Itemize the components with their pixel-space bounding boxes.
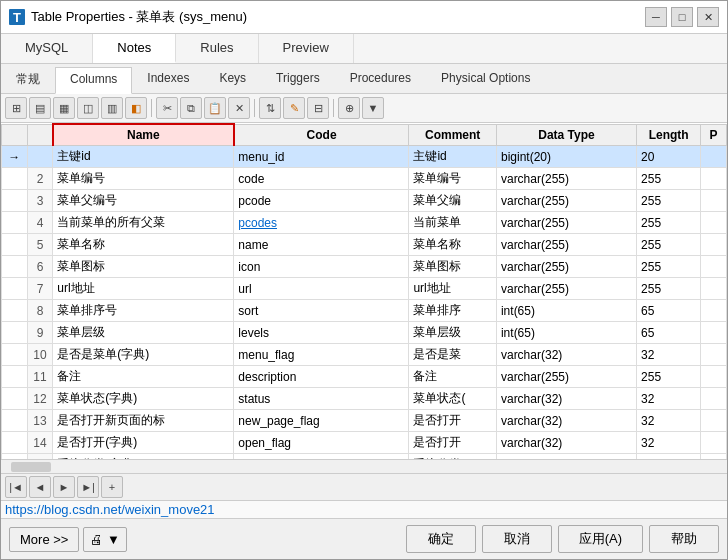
nav-last[interactable]: ►| bbox=[77, 476, 99, 498]
nav-first[interactable]: |◄ bbox=[5, 476, 27, 498]
row-datatype: varchar(255) bbox=[496, 168, 636, 190]
toolbar-btn-10[interactable]: ⊕ bbox=[338, 97, 360, 119]
maximize-button[interactable]: □ bbox=[671, 7, 693, 27]
toolbar-btn-5[interactable]: ▥ bbox=[101, 97, 123, 119]
print-button[interactable]: 🖨 ▼ bbox=[83, 527, 126, 552]
tab-notes[interactable]: Notes bbox=[93, 34, 176, 63]
row-arrow bbox=[2, 322, 28, 344]
th-comment[interactable]: Comment bbox=[409, 124, 497, 146]
row-p bbox=[701, 344, 727, 366]
table-row[interactable]: 3菜单父编号pcode菜单父编varchar(255)255 bbox=[2, 190, 727, 212]
row-name: 当前菜单的所有父菜 bbox=[53, 212, 234, 234]
tab-preview[interactable]: Preview bbox=[259, 34, 354, 63]
toolbar-btn-2[interactable]: ▤ bbox=[29, 97, 51, 119]
row-datatype: varchar(32) bbox=[496, 344, 636, 366]
row-comment: 是否是菜 bbox=[409, 344, 497, 366]
row-p bbox=[701, 146, 727, 168]
toolbar-copy[interactable]: ⧉ bbox=[180, 97, 202, 119]
toolbar-separator-2 bbox=[254, 99, 255, 117]
table-row[interactable]: 14是否打开(字典)open_flag是否打开varchar(32)32 bbox=[2, 432, 727, 454]
title-buttons: ─ □ ✕ bbox=[645, 7, 719, 27]
table-scroll-area[interactable]: Name Code Comment Data Type Length P →主键… bbox=[1, 123, 727, 459]
toolbar-btn-1[interactable]: ⊞ bbox=[5, 97, 27, 119]
toolbar-btn-3[interactable]: ▦ bbox=[53, 97, 75, 119]
confirm-button[interactable]: 确定 bbox=[406, 525, 476, 553]
table-row[interactable]: 12菜单状态(字典)status菜单状态(varchar(32)32 bbox=[2, 388, 727, 410]
app-icon: T bbox=[9, 9, 25, 25]
table-row[interactable]: 11备注description备注varchar(255)255 bbox=[2, 366, 727, 388]
row-code: name bbox=[234, 234, 409, 256]
row-comment: 是否打开 bbox=[409, 432, 497, 454]
row-code: icon bbox=[234, 256, 409, 278]
cancel-button[interactable]: 取消 bbox=[482, 525, 552, 553]
help-button[interactable]: 帮助 bbox=[649, 525, 719, 553]
tab-procedures[interactable]: Procedures bbox=[335, 66, 426, 93]
row-length: 65 bbox=[637, 300, 701, 322]
row-datatype: int(65) bbox=[496, 322, 636, 344]
toolbar-btn-7[interactable]: ⇅ bbox=[259, 97, 281, 119]
row-p bbox=[701, 388, 727, 410]
th-p[interactable]: P bbox=[701, 124, 727, 146]
nav-next[interactable]: ► bbox=[53, 476, 75, 498]
main-window: T Table Properties - 菜单表 (sys_menu) ─ □ … bbox=[0, 0, 728, 560]
row-code: url bbox=[234, 278, 409, 300]
row-comment: url地址 bbox=[409, 278, 497, 300]
toolbar-btn-6[interactable]: ◧ bbox=[125, 97, 147, 119]
table-row[interactable]: 9菜单层级levels菜单层级int(65)65 bbox=[2, 322, 727, 344]
toolbar-paste[interactable]: 📋 bbox=[204, 97, 226, 119]
row-name: 是否打开新页面的标 bbox=[53, 410, 234, 432]
table-row[interactable]: 13是否打开新页面的标new_page_flag是否打开varchar(32)3… bbox=[2, 410, 727, 432]
table-row[interactable]: 5菜单名称name菜单名称varchar(255)255 bbox=[2, 234, 727, 256]
close-button[interactable]: ✕ bbox=[697, 7, 719, 27]
top-tab-bar: MySQL Notes Rules Preview bbox=[1, 34, 727, 64]
th-code[interactable]: Code bbox=[234, 124, 409, 146]
toolbar-btn-8[interactable]: ✎ bbox=[283, 97, 305, 119]
tab-physical-options[interactable]: Physical Options bbox=[426, 66, 545, 93]
row-arrow bbox=[2, 366, 28, 388]
row-number: 6 bbox=[27, 256, 53, 278]
table-row[interactable]: 8菜单排序号sort菜单排序int(65)65 bbox=[2, 300, 727, 322]
nav-add[interactable]: + bbox=[101, 476, 123, 498]
toolbar-btn-11[interactable]: ▼ bbox=[362, 97, 384, 119]
nav-prev[interactable]: ◄ bbox=[29, 476, 51, 498]
footer-right: 确定 取消 应用(A) 帮助 bbox=[406, 525, 719, 553]
table-row[interactable]: 7url地址urlurl地址varchar(255)255 bbox=[2, 278, 727, 300]
row-datatype: varchar(255) bbox=[496, 366, 636, 388]
tab-general[interactable]: 常规 bbox=[1, 66, 55, 93]
table-row[interactable]: 6菜单图标icon菜单图标varchar(255)255 bbox=[2, 256, 727, 278]
row-comment: 菜单名称 bbox=[409, 234, 497, 256]
toolbar-cut[interactable]: ✂ bbox=[156, 97, 178, 119]
row-p bbox=[701, 278, 727, 300]
more-button[interactable]: More >> bbox=[9, 527, 79, 552]
tab-keys[interactable]: Keys bbox=[204, 66, 261, 93]
toolbar-delete[interactable]: ✕ bbox=[228, 97, 250, 119]
tab-indexes[interactable]: Indexes bbox=[132, 66, 204, 93]
toolbar-btn-9[interactable]: ⊟ bbox=[307, 97, 329, 119]
tab-mysql[interactable]: MySQL bbox=[1, 34, 93, 63]
row-comment: 备注 bbox=[409, 366, 497, 388]
row-arrow bbox=[2, 278, 28, 300]
th-datatype[interactable]: Data Type bbox=[496, 124, 636, 146]
minimize-button[interactable]: ─ bbox=[645, 7, 667, 27]
table-row[interactable]: →主键idmenu_id主键idbigint(20)20 bbox=[2, 146, 727, 168]
horizontal-scrollbar[interactable] bbox=[1, 459, 727, 473]
row-code: open_flag bbox=[234, 432, 409, 454]
tab-rules[interactable]: Rules bbox=[176, 34, 258, 63]
row-comment: 菜单状态( bbox=[409, 388, 497, 410]
table-row[interactable]: 4当前菜单的所有父菜pcodes当前菜单varchar(255)255 bbox=[2, 212, 727, 234]
th-name[interactable]: Name bbox=[53, 124, 234, 146]
apply-button[interactable]: 应用(A) bbox=[558, 525, 643, 553]
row-code: pcode bbox=[234, 190, 409, 212]
row-arrow bbox=[2, 432, 28, 454]
toolbar-btn-4[interactable]: ◫ bbox=[77, 97, 99, 119]
row-code: status bbox=[234, 388, 409, 410]
toolbar-separator-1 bbox=[151, 99, 152, 117]
th-arrow bbox=[2, 124, 28, 146]
row-datatype: bigint(20) bbox=[496, 146, 636, 168]
tab-columns[interactable]: Columns bbox=[55, 67, 132, 94]
table-row[interactable]: 10是否是菜单(字典)menu_flag是否是菜varchar(32)32 bbox=[2, 344, 727, 366]
row-name: 菜单编号 bbox=[53, 168, 234, 190]
table-row[interactable]: 2菜单编号code菜单编号varchar(255)255 bbox=[2, 168, 727, 190]
th-length[interactable]: Length bbox=[637, 124, 701, 146]
tab-triggers[interactable]: Triggers bbox=[261, 66, 335, 93]
